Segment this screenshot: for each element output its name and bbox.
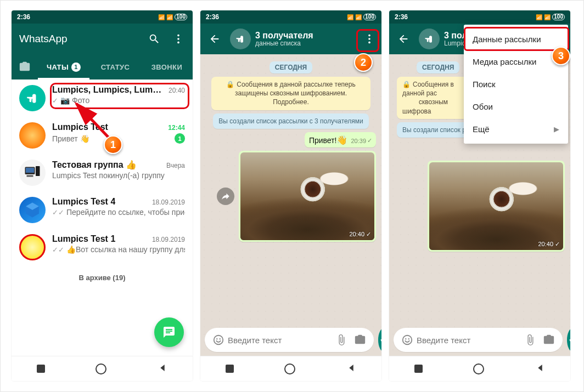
chat-name: Тестовая группа 👍 bbox=[52, 160, 137, 170]
chat-name: Lumpics Test 1 bbox=[52, 234, 115, 244]
android-nav bbox=[12, 356, 193, 381]
mic-button[interactable] bbox=[378, 328, 381, 352]
chat-time: 12:44 bbox=[168, 124, 185, 132]
menu-wallpaper[interactable]: Обои bbox=[464, 95, 568, 118]
status-time: 2:36 bbox=[17, 13, 30, 21]
nav-recent-icon[interactable] bbox=[37, 365, 45, 373]
more-menu-icon[interactable] bbox=[167, 28, 189, 50]
status-icons: 📶📶100 bbox=[534, 13, 565, 21]
message-bubble-image[interactable]: 20:40✓ bbox=[239, 151, 376, 242]
image-content: 20:40✓ bbox=[240, 152, 374, 240]
message-meta: 20:40✓ bbox=[538, 241, 560, 248]
more-menu-icon[interactable] bbox=[358, 28, 380, 50]
chat-subtitle: данные списка bbox=[255, 40, 354, 47]
attach-icon[interactable] bbox=[332, 334, 351, 346]
nav-back-icon[interactable] bbox=[158, 363, 167, 375]
svg-point-12 bbox=[368, 42, 370, 44]
back-icon[interactable] bbox=[392, 28, 414, 50]
avatar-broadcast-icon[interactable] bbox=[419, 29, 440, 49]
camera-tab-icon[interactable] bbox=[12, 61, 38, 73]
annotation-badge-2: 2 bbox=[354, 53, 373, 72]
svg-line-9 bbox=[76, 104, 110, 139]
back-icon[interactable] bbox=[204, 28, 226, 50]
message-field[interactable] bbox=[394, 328, 563, 352]
status-time: 2:36 bbox=[206, 13, 219, 21]
status-icons: 📶📶100 bbox=[345, 13, 376, 21]
camera-icon[interactable] bbox=[540, 334, 558, 346]
system-message: Вы создали список рассылки с 3 получател… bbox=[213, 113, 368, 129]
nav-back-icon[interactable] bbox=[535, 363, 545, 375]
nav-back-icon[interactable] bbox=[346, 363, 356, 375]
avatar bbox=[19, 234, 46, 260]
message-bubble-text[interactable]: Привет! 👋 20:39✓ bbox=[305, 132, 376, 147]
menu-search[interactable]: Поиск bbox=[464, 73, 568, 95]
tick-icon: ✓ bbox=[367, 137, 372, 144]
svg-point-14 bbox=[216, 338, 217, 339]
message-input[interactable] bbox=[417, 336, 521, 345]
chat-row[interactable]: Lumpics Test 418.09.2019 ✓✓Перейдите по … bbox=[12, 191, 193, 229]
svg-point-1 bbox=[177, 38, 179, 40]
chat-name: Lumpics, Lumpics, Lumpics Te... bbox=[52, 85, 165, 95]
date-chip: СЕГОДНЯ bbox=[269, 61, 312, 73]
forward-icon[interactable] bbox=[217, 188, 234, 205]
nav-recent-icon[interactable] bbox=[226, 365, 234, 373]
camera-icon[interactable] bbox=[351, 334, 369, 346]
nav-home-icon[interactable] bbox=[473, 363, 484, 374]
avatar bbox=[19, 197, 46, 223]
svg-point-13 bbox=[214, 336, 223, 345]
android-nav bbox=[200, 356, 381, 381]
image-content: 20:40✓ bbox=[429, 162, 563, 250]
chat-preview: ✓✓👍Вот ссылка на нашу группу для... bbox=[52, 245, 185, 254]
avatar bbox=[19, 160, 46, 186]
svg-point-0 bbox=[177, 35, 179, 37]
avatar-broadcast-icon[interactable] bbox=[230, 29, 251, 49]
nav-home-icon[interactable] bbox=[284, 363, 295, 374]
message-input[interactable] bbox=[228, 336, 332, 345]
chat-preview: Lumpics Test покинул(-а) группу bbox=[52, 171, 165, 180]
menu-broadcast-info[interactable]: Данные рассылки bbox=[464, 28, 568, 50]
chat-row[interactable]: Тестовая группа 👍Вчера Lumpics Test поки… bbox=[12, 154, 193, 191]
android-nav bbox=[389, 356, 570, 381]
search-icon[interactable] bbox=[143, 28, 165, 50]
archive-label[interactable]: В архиве (19) bbox=[12, 266, 193, 289]
emoji-icon[interactable] bbox=[209, 334, 228, 346]
svg-point-15 bbox=[220, 338, 221, 339]
menu-more[interactable]: Ещё▶ bbox=[464, 118, 568, 140]
nav-recent-icon[interactable] bbox=[414, 365, 423, 373]
chat-name: Lumpics Test 4 bbox=[52, 197, 115, 207]
mic-button[interactable] bbox=[567, 328, 570, 352]
lock-icon: 🔒 bbox=[226, 81, 234, 88]
phone-1-chat-list: 2:36 📶📶100 WhatsApp ЧАТЫ1 СТАТУС ЗВОНКИ bbox=[12, 10, 193, 381]
tab-calls[interactable]: ЗВОНКИ bbox=[141, 54, 193, 79]
chat-row[interactable]: Lumpics Test 118.09.2019 ✓✓👍Вот ссылка н… bbox=[12, 229, 193, 266]
svg-point-11 bbox=[368, 38, 370, 40]
status-bar: 2:36 📶📶100 bbox=[12, 10, 193, 24]
message-bubble-image[interactable]: 20:40✓ bbox=[428, 161, 565, 252]
chat-time: 20:40 bbox=[169, 87, 185, 94]
message-field[interactable] bbox=[205, 328, 374, 352]
options-menu: Данные рассылки Медиа рассылки Поиск Обо… bbox=[464, 25, 568, 144]
tab-chats[interactable]: ЧАТЫ1 bbox=[38, 54, 89, 79]
message-meta: 20:39✓ bbox=[351, 137, 372, 144]
status-time: 2:36 bbox=[395, 13, 408, 21]
message-input-bar bbox=[389, 325, 570, 356]
nav-home-icon[interactable] bbox=[96, 363, 106, 374]
tick-icon: ✓✓ bbox=[52, 246, 64, 254]
avatar bbox=[19, 122, 46, 149]
attach-icon[interactable] bbox=[521, 334, 540, 346]
app-title: WhatsApp bbox=[19, 33, 143, 45]
header-text[interactable]: 3 получателя данные списка bbox=[255, 31, 354, 48]
svg-rect-4 bbox=[26, 168, 34, 173]
emoji-icon[interactable] bbox=[398, 334, 417, 346]
new-chat-fab[interactable] bbox=[154, 317, 184, 347]
tick-icon: ✓ bbox=[555, 241, 560, 248]
tabs: ЧАТЫ1 СТАТУС ЗВОНКИ bbox=[12, 54, 193, 79]
message-input-bar bbox=[200, 325, 381, 356]
encryption-notice[interactable]: 🔒Сообщения в данной рассылке теперь защи… bbox=[211, 77, 370, 110]
tab-status[interactable]: СТАТУС bbox=[89, 54, 141, 79]
tick-icon: ✓✓ bbox=[52, 208, 64, 217]
chat-header: 3 получателя данные списка bbox=[200, 24, 381, 54]
svg-rect-5 bbox=[36, 166, 40, 176]
lock-icon: 🔒 bbox=[402, 81, 411, 88]
unread-badge: 1 bbox=[175, 133, 185, 144]
